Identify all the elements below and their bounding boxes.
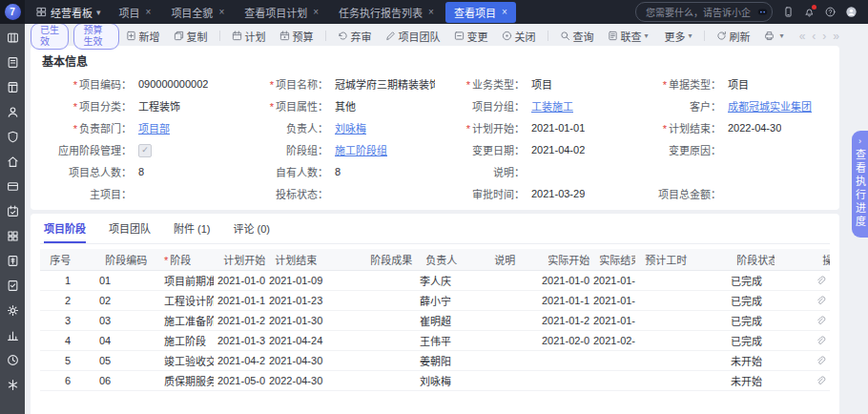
cell-plan-end: 2021-01-09 <box>265 271 361 291</box>
form-field: *审批时间： 2021-03-29 <box>435 186 631 201</box>
field-value[interactable] <box>138 143 152 157</box>
toolbar-button[interactable]: 新增 ▾ <box>119 29 167 44</box>
ledger-icon[interactable] <box>7 81 19 93</box>
required-asterisk: * <box>73 79 77 91</box>
form-field: *项目名称： 冠城学府三期精装装饰0331 <box>238 76 435 92</box>
shield-icon[interactable] <box>7 131 19 143</box>
toolbar-button[interactable]: 项目团队 ▾ <box>379 29 447 44</box>
detail-tab[interactable]: 项目团队 <box>109 220 151 243</box>
field-value[interactable]: 施工阶段组 <box>335 142 387 157</box>
topbar-tab[interactable]: 任务执行报告列表 × <box>330 2 443 23</box>
attachment-icon[interactable] <box>816 336 826 346</box>
attachment-icon[interactable] <box>816 276 826 286</box>
stage-table-body: 1 01 项目前期准备 2021-01-01 2021-01-09 李人庆 20… <box>40 271 830 391</box>
form-field: *业务类型： 项目 <box>435 76 631 92</box>
bar-chart-icon[interactable] <box>7 329 19 342</box>
assistant-search[interactable]: 您需要什么，请告诉小企 <box>635 2 773 22</box>
attachment-icon[interactable] <box>816 316 826 326</box>
form-field: *单据类型： 项目 <box>631 76 828 92</box>
kanban-icon[interactable] <box>7 31 19 44</box>
attachment-icon[interactable] <box>816 296 826 306</box>
history-icon[interactable] <box>7 354 19 366</box>
form-field: *项目分组： 工装施工 <box>435 98 631 114</box>
field-label: *负责部门： <box>42 120 132 135</box>
toolbar-button[interactable]: 联查 ▾ <box>601 29 655 44</box>
report-check-icon[interactable] <box>7 279 19 292</box>
calendar-check-icon[interactable] <box>7 205 19 217</box>
toolbar-button[interactable]: 更多 ▾ <box>655 29 699 44</box>
last-page-icon[interactable]: » <box>833 30 839 43</box>
close-icon[interactable]: × <box>218 7 224 17</box>
table-row: 5 05 竣工验收交付阶段 2021-04-25 2021-04-30 姜朝阳 … <box>40 351 830 371</box>
cell-status: 未开始 <box>727 371 775 391</box>
topbar-tab[interactable]: 查看项目 × <box>445 2 516 23</box>
status-badge: 预算生效 <box>73 23 118 50</box>
field-label: *客户： <box>631 98 721 114</box>
detail-tab[interactable]: 项目阶段 <box>44 220 86 243</box>
form-field: *负责部门： 项目部 <box>42 120 238 135</box>
toolbar-button[interactable]: 预算 ▾ <box>273 29 320 44</box>
field-value: 2021-03-29 <box>531 188 585 199</box>
mobile-icon[interactable] <box>783 7 794 17</box>
field-value[interactable]: 项目部 <box>138 120 170 135</box>
toolbar-button[interactable]: ▾ <box>757 31 791 41</box>
dashboard-menu[interactable]: 经营看板 ▾ <box>25 5 111 20</box>
table-row: 6 06 质保期服务阶段 2021-05-01 2022-04-30 刘咏梅 未… <box>40 371 830 391</box>
cell-stage-code: 03 <box>95 311 160 331</box>
field-value[interactable]: 刘咏梅 <box>335 120 366 135</box>
user-icon[interactable] <box>7 106 19 118</box>
card-icon[interactable] <box>7 180 19 193</box>
field-value[interactable]: 成都冠城实业集团 <box>728 98 812 114</box>
cell-actual-end: 2021-01-26 <box>589 291 635 311</box>
form-field: *主项目： <box>42 186 238 201</box>
app-logo[interactable]: 7 <box>0 0 25 24</box>
field-label: *变更日期： <box>435 142 525 157</box>
notification-bell-icon[interactable] <box>804 7 815 17</box>
toolbar-button[interactable]: 复制 ▾ <box>167 29 215 44</box>
toolbar-button[interactable]: 查询 ▾ <box>553 29 601 44</box>
cell-stage-code: 06 <box>95 371 160 391</box>
topbar-tab[interactable]: 查看项目计划 × <box>236 2 327 23</box>
attachment-icon[interactable] <box>816 356 826 366</box>
cell-actual-start: 2021-01-11 <box>538 291 589 311</box>
execution-progress-tab[interactable]: › 查看执行进度 <box>852 131 868 238</box>
form-field: *项目总人数： 8 <box>42 164 238 179</box>
chevron-down-icon: ▾ <box>96 8 101 17</box>
close-icon[interactable]: × <box>428 7 434 17</box>
topbar-tab[interactable]: 项目 × <box>111 2 160 23</box>
first-page-icon[interactable]: « <box>799 30 806 43</box>
column-header: *阶段成果 <box>361 249 416 271</box>
form-field: *项目总金额： <box>631 186 828 201</box>
finance-doc-icon[interactable] <box>7 255 19 267</box>
gear-icon[interactable] <box>7 304 19 317</box>
close-icon[interactable]: × <box>146 7 152 17</box>
asterisk-icon[interactable] <box>7 379 19 391</box>
help-icon[interactable] <box>825 7 836 17</box>
toolbar-button[interactable]: 弃审 ▾ <box>331 29 379 44</box>
home-icon[interactable] <box>7 155 19 168</box>
field-value[interactable]: 工装施工 <box>531 98 573 114</box>
toolbar-button[interactable]: 刷新 ▾ <box>710 29 757 44</box>
toolbar-button[interactable]: 关闭 ▾ <box>495 29 543 44</box>
close-icon[interactable]: × <box>313 7 319 17</box>
cell-plan-start: 2021-01-01 <box>214 271 265 291</box>
close-icon[interactable]: × <box>502 7 507 17</box>
field-label: *项目总人数： <box>42 164 132 179</box>
topbar-right: 您需要什么，请告诉小企 <box>635 2 868 22</box>
cell-ops <box>813 371 830 391</box>
project-doc-icon[interactable] <box>7 56 19 69</box>
detail-tab[interactable]: 附件 (1) <box>174 220 211 243</box>
cell-plan-end: 2021-04-30 <box>265 351 361 371</box>
detail-tab[interactable]: 评论 (0) <box>234 220 271 243</box>
next-page-icon[interactable]: › <box>822 30 826 43</box>
toolbar-button[interactable]: 计划 ▾ <box>225 29 273 44</box>
attachment-icon[interactable] <box>816 376 826 386</box>
cell-stage: 竣工验收交付阶段 <box>160 351 214 371</box>
apps-icon[interactable] <box>7 230 19 242</box>
prev-page-icon[interactable]: ‹ <box>812 30 816 43</box>
topbar-tab[interactable]: 项目全貌 × <box>162 2 233 23</box>
printer-icon <box>764 31 775 41</box>
cell-est-hours <box>635 351 727 371</box>
avatar[interactable] <box>846 7 857 17</box>
toolbar-button[interactable]: 变更 ▾ <box>447 29 495 44</box>
